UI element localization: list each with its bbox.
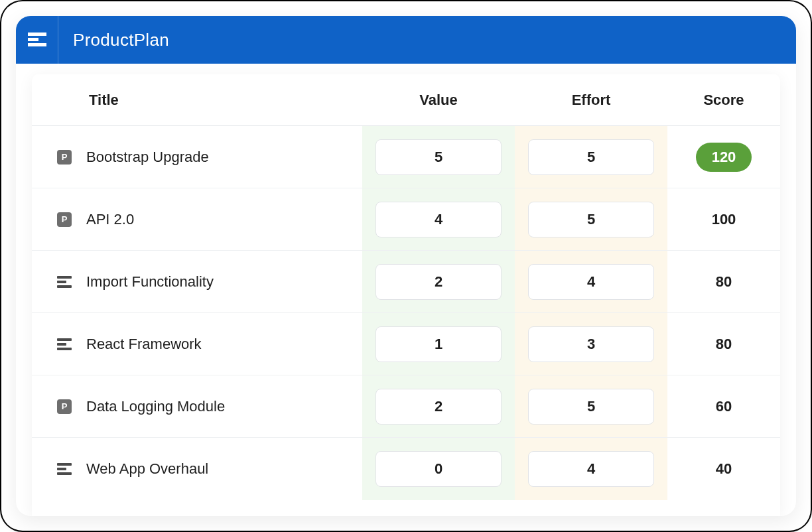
- value-input[interactable]: 0: [375, 451, 502, 487]
- value-input[interactable]: 5: [375, 139, 502, 175]
- app-header: ProductPlan: [16, 16, 796, 64]
- column-header-effort[interactable]: Effort: [572, 92, 611, 109]
- score-cell: 120: [667, 143, 780, 172]
- table-row[interactable]: PData Logging Module2560: [32, 375, 780, 438]
- score-pill: 120: [696, 143, 752, 172]
- column-header-score[interactable]: Score: [667, 92, 780, 109]
- effort-input[interactable]: 4: [528, 264, 654, 300]
- app-logo[interactable]: [16, 16, 58, 64]
- brand-name: ProductPlan: [73, 30, 169, 50]
- logo-icon: [28, 33, 46, 47]
- row-type-icon: P: [57, 212, 72, 227]
- app-card: ProductPlan Title Value Effort Score PBo…: [16, 16, 796, 516]
- score-cell: 100: [667, 211, 780, 228]
- score-cell: 80: [667, 273, 780, 291]
- parking-lot-icon: P: [57, 399, 72, 414]
- svg-rect-1: [28, 38, 38, 41]
- row-title[interactable]: Bootstrap Upgrade: [86, 149, 209, 166]
- value-input[interactable]: 4: [375, 202, 502, 237]
- score-value: 60: [716, 398, 732, 415]
- effort-input[interactable]: 5: [528, 139, 654, 175]
- row-type-icon: [57, 275, 72, 289]
- score-cell: 60: [667, 398, 780, 415]
- svg-rect-0: [28, 33, 46, 36]
- row-type-icon: [57, 462, 72, 476]
- table-row[interactable]: Web App Overhaul0440: [32, 438, 780, 500]
- row-title[interactable]: Web App Overhaul: [86, 460, 208, 478]
- row-title[interactable]: Import Functionality: [86, 273, 214, 291]
- score-cell: 40: [667, 460, 780, 478]
- value-input[interactable]: 2: [375, 264, 502, 300]
- effort-input[interactable]: 5: [528, 389, 654, 425]
- parking-lot-icon: P: [57, 212, 72, 227]
- bars-icon: [57, 338, 72, 350]
- table-row[interactable]: PAPI 2.045100: [32, 188, 780, 251]
- score-cell: 80: [667, 336, 780, 353]
- effort-input[interactable]: 3: [528, 326, 654, 362]
- parking-lot-icon: P: [57, 150, 72, 165]
- column-header-title[interactable]: Title: [32, 92, 362, 109]
- table-row[interactable]: Import Functionality2480: [32, 251, 780, 313]
- row-title[interactable]: React Framework: [86, 336, 202, 353]
- table-row[interactable]: PBootstrap Upgrade55120: [32, 126, 780, 188]
- score-value: 80: [716, 336, 732, 352]
- effort-input[interactable]: 5: [528, 202, 654, 237]
- value-input[interactable]: 1: [375, 326, 502, 362]
- score-value: 100: [712, 211, 736, 228]
- row-title[interactable]: API 2.0: [86, 211, 134, 228]
- bars-icon: [57, 276, 72, 288]
- table-header-row: Title Value Effort Score: [32, 74, 780, 126]
- bars-icon: [57, 463, 72, 475]
- effort-input[interactable]: 4: [528, 451, 654, 487]
- priority-table: Title Value Effort Score PBootstrap Upgr…: [32, 74, 780, 516]
- svg-rect-2: [28, 43, 46, 46]
- row-type-icon: P: [57, 399, 72, 414]
- table-row[interactable]: React Framework1380: [32, 313, 780, 375]
- score-value: 40: [716, 460, 732, 477]
- value-input[interactable]: 2: [375, 389, 502, 425]
- row-type-icon: [57, 337, 72, 352]
- column-header-value[interactable]: Value: [419, 92, 457, 109]
- row-type-icon: P: [57, 150, 72, 165]
- score-value: 80: [716, 273, 732, 290]
- row-title[interactable]: Data Logging Module: [86, 398, 225, 415]
